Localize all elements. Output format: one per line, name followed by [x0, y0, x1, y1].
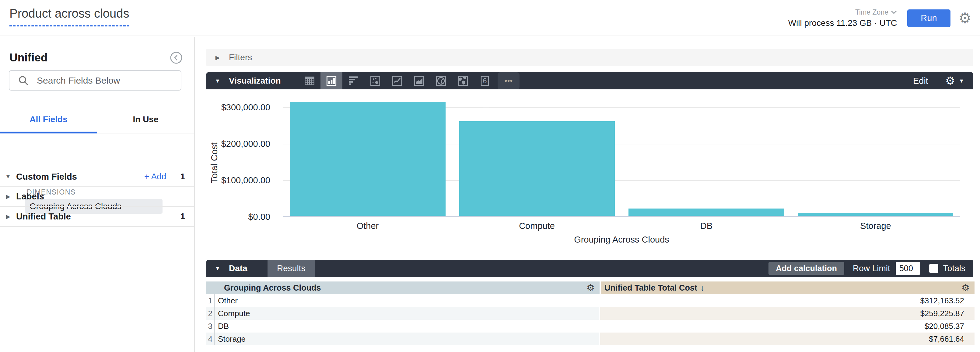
- row-number: 3: [206, 320, 215, 333]
- column-gear-icon[interactable]: ⚙: [961, 283, 970, 292]
- table-header-row: Grouping Across Clouds ⚙ Unified Table T…: [206, 281, 975, 294]
- dimension-cell[interactable]: Other: [215, 294, 599, 307]
- x-tick-label: Storage: [791, 221, 960, 231]
- search-icon: [18, 75, 29, 86]
- x-tick-label: Compute: [452, 221, 622, 231]
- y-tick-label: $100,000.00: [206, 175, 270, 186]
- svg-text:6: 6: [483, 77, 487, 85]
- will-process-text: Will process 11.23 GB · UTC: [788, 18, 897, 28]
- collapse-sidebar-button[interactable]: [170, 51, 183, 64]
- viz-type-line-chart-icon[interactable]: [386, 72, 408, 89]
- plot-area: [283, 89, 960, 217]
- measure-cell[interactable]: $7,661.64: [600, 333, 975, 345]
- x-tick-label: DB: [622, 221, 791, 231]
- main-panel: ▶ Filters ▼ Visualization: [206, 37, 973, 345]
- results-table: Grouping Across Clouds ⚙ Unified Table T…: [206, 281, 975, 345]
- explore-settings-gear-icon[interactable]: ⚙: [958, 11, 972, 25]
- divider: [0, 226, 194, 227]
- chart-bar-db[interactable]: [628, 209, 784, 216]
- top-bar-actions: Time Zone Will process 11.23 GB · UTC Ru…: [788, 0, 972, 36]
- viz-type-scatter-chart-icon[interactable]: [364, 72, 386, 89]
- time-zone-dropdown[interactable]: Time Zone: [855, 8, 897, 16]
- column-gear-icon[interactable]: ⚙: [587, 283, 595, 292]
- viz-header-actions: Edit ⚙ ▼: [913, 75, 973, 86]
- measure-cell[interactable]: $312,163.52: [600, 294, 975, 307]
- viz-type-map-icon[interactable]: [452, 72, 474, 89]
- sort-descending-icon[interactable]: ↓: [700, 283, 705, 293]
- viz-type-pie-chart-icon[interactable]: [430, 72, 452, 89]
- chevron-collapsed-icon[interactable]: ▶: [0, 193, 16, 200]
- chart-bar-compute[interactable]: [459, 121, 615, 216]
- field-picker-sidebar: Unified Search Fields Below All Fields I…: [0, 37, 195, 352]
- row-number: 1: [206, 294, 215, 307]
- explore-name: Unified: [10, 51, 48, 64]
- viz-type-picker: 6: [299, 72, 520, 89]
- dimension-cell[interactable]: DB: [215, 320, 599, 333]
- data-section-header: ▼ Data Results Add calculation Row Limit…: [206, 260, 973, 277]
- measure-cell[interactable]: $20,085.37: [600, 320, 975, 333]
- viz-type-bar-chart-icon[interactable]: [342, 72, 364, 89]
- chevron-down-icon: [891, 10, 897, 14]
- table-row: 2Compute$259,225.87: [206, 307, 975, 320]
- x-axis-title: Grouping Across Clouds: [283, 235, 960, 245]
- run-button[interactable]: Run: [907, 10, 950, 27]
- edit-viz-button[interactable]: Edit: [913, 76, 928, 86]
- x-tick-label: Other: [283, 221, 452, 231]
- viz-type-single-value-icon[interactable]: 6: [474, 72, 496, 89]
- x-axis-line: [283, 216, 960, 217]
- dimension-cell[interactable]: Compute: [215, 307, 599, 320]
- table-row: 4Storage$7,661.64: [206, 333, 975, 345]
- search-placeholder: Search Fields Below: [37, 75, 120, 86]
- chevron-collapsed-icon[interactable]: ▶: [0, 213, 16, 220]
- chevron-collapsed-icon[interactable]: ▶: [206, 54, 229, 61]
- chart-bar-other[interactable]: [290, 102, 445, 216]
- add-custom-field-button[interactable]: + Add: [144, 172, 166, 181]
- y-axis-title: Total Cost: [209, 123, 220, 202]
- viz-type-area-chart-icon[interactable]: [408, 72, 430, 89]
- viz-type-more-icon[interactable]: [498, 72, 520, 89]
- data-header-actions: Add calculation Row Limit Totals: [768, 262, 973, 275]
- viz-type-table-icon[interactable]: [299, 72, 320, 89]
- field-tabs: All Fields In Use: [0, 106, 194, 133]
- unified-table-count: 1: [180, 212, 185, 221]
- table-row: 1Other$312,163.52: [206, 294, 975, 307]
- sidebar-item-custom-fields[interactable]: ▼ Custom Fields + Add 1: [0, 168, 194, 185]
- add-calculation-button[interactable]: Add calculation: [768, 262, 844, 275]
- viz-settings-caret-icon[interactable]: ▼: [959, 78, 964, 84]
- row-number: 4: [206, 333, 215, 345]
- y-tick-label: $300,000.00: [206, 102, 270, 113]
- row-limit-input[interactable]: [896, 262, 920, 275]
- table-body: 1Other$312,163.522Compute$259,225.873DB$…: [206, 294, 975, 345]
- x-axis-labels: OtherComputeDBStorage: [283, 221, 960, 232]
- totals-checkbox[interactable]: [929, 264, 938, 273]
- viz-settings-gear-icon[interactable]: ⚙: [945, 75, 955, 86]
- y-tick-label: $0.00: [206, 212, 270, 222]
- chevron-expanded-icon[interactable]: ▼: [206, 78, 229, 84]
- sidebar-item-labels[interactable]: ▶ Labels: [0, 187, 194, 206]
- tab-all-fields[interactable]: All Fields: [0, 106, 97, 133]
- time-zone-label: Time Zone: [855, 8, 888, 16]
- table-row: 3DB$20,085.37: [206, 320, 975, 333]
- chevron-expanded-icon[interactable]: ▼: [0, 173, 16, 180]
- looker-explore-screen: Product across clouds Time Zone Will pro…: [0, 0, 980, 352]
- y-tick-label: $200,000.00: [206, 139, 270, 149]
- column-header-measure[interactable]: Unified Table Total Cost ↓ ⚙: [601, 281, 975, 294]
- viz-type-column-chart-icon[interactable]: [320, 72, 342, 89]
- search-fields-input[interactable]: Search Fields Below: [9, 70, 181, 90]
- tab-in-use[interactable]: In Use: [97, 106, 194, 133]
- filters-section-header[interactable]: ▶ Filters: [206, 49, 973, 66]
- column-header-dimension[interactable]: Grouping Across Clouds ⚙: [206, 281, 600, 294]
- dimension-cell[interactable]: Storage: [215, 333, 599, 345]
- data-label: Data: [229, 263, 247, 273]
- custom-fields-count: 1: [180, 172, 185, 181]
- chart-bar-storage[interactable]: [798, 213, 953, 216]
- tab-results[interactable]: Results: [267, 260, 315, 277]
- measure-cell[interactable]: $259,225.87: [600, 307, 975, 320]
- filters-label: Filters: [229, 52, 252, 62]
- row-number: 2: [206, 307, 215, 320]
- sidebar-item-unified-table[interactable]: ▶ Unified Table 1: [0, 207, 194, 226]
- row-limit-label: Row Limit: [853, 263, 890, 273]
- page-title[interactable]: Product across clouds: [10, 7, 129, 27]
- chevron-expanded-icon[interactable]: ▼: [206, 265, 229, 272]
- top-bar: Product across clouds Time Zone Will pro…: [0, 0, 980, 36]
